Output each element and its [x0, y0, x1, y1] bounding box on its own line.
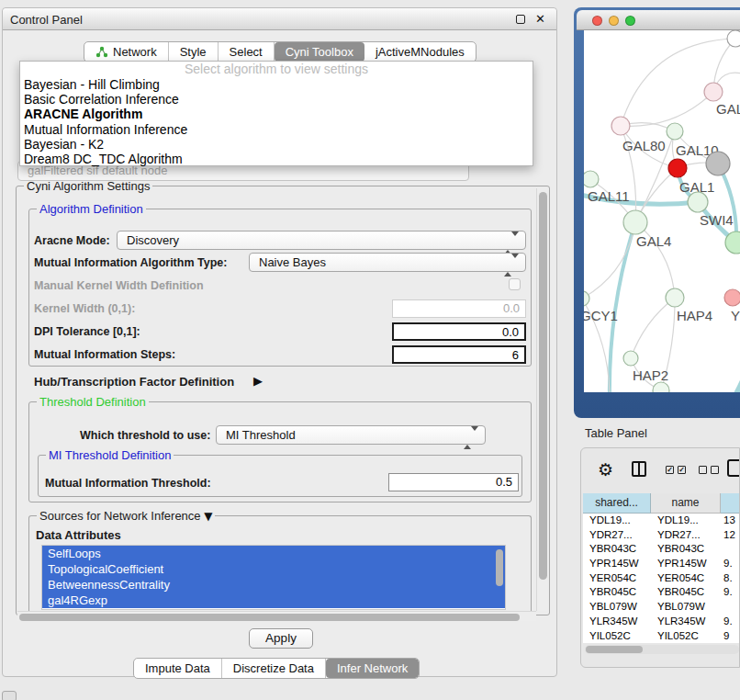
tab-select[interactable]: Select [219, 42, 275, 62]
column-header-name[interactable]: name [651, 493, 721, 514]
network-window-titlebar[interactable] [577, 10, 740, 30]
aracne-mode-value: Discovery [127, 233, 179, 247]
network-node-gal10[interactable] [667, 123, 683, 140]
tab-discretize-data[interactable]: Discretize Data [222, 659, 326, 678]
table-cell: YLR345W [651, 615, 721, 629]
data-attribute-item[interactable]: TopologicalCoefficient [42, 561, 505, 577]
network-edge-thin [584, 222, 635, 299]
settings-hscroll-track[interactable] [17, 611, 536, 621]
data-attributes-list[interactable]: SelfLoopsTopologicalCoefficientBetweenne… [41, 545, 506, 610]
mi-type-value: Naive Bayes [259, 255, 326, 269]
tab-style[interactable]: Style [169, 42, 219, 62]
algorithm-option[interactable]: Bayesian - Hill Climbing [20, 77, 533, 92]
kernel-width-field[interactable]: 0.0 [392, 299, 526, 318]
network-node-gcy1[interactable] [584, 291, 589, 306]
algorithm-option[interactable]: Dream8 DC_TDC Algorithm [20, 152, 533, 166]
table-row[interactable]: YDL19...YDL19...13 [583, 514, 740, 528]
control-panel-window: Control Panel ✕ Network Style Select Cyn… [2, 7, 557, 677]
algorithm-option[interactable]: Basic Correlation Inference [20, 92, 533, 107]
network-node-gal4[interactable] [623, 210, 647, 234]
network-node-y[interactable] [724, 289, 740, 306]
tab-infer-network[interactable]: Infer Network [326, 659, 419, 678]
float-window-icon[interactable] [516, 15, 525, 24]
page-icon[interactable] [727, 459, 740, 477]
algorithm-option[interactable]: Mutual Information Inference [20, 122, 533, 137]
hub-definition-label[interactable]: Hub/Transcription Factor Definition [34, 375, 234, 389]
unchecked-checkbox-icon[interactable] [699, 466, 707, 474]
network-node[interactable] [727, 30, 740, 47]
data-attribute-item[interactable]: SelfLoops [42, 546, 505, 561]
table-row[interactable]: YDR27...YDR27...12 [583, 528, 740, 543]
table-cell: 13 [721, 514, 740, 528]
mi-threshold-field[interactable]: 0.5 [388, 473, 519, 491]
mi-steps-field[interactable]: 6 [392, 345, 526, 364]
tab-jactivemnodules[interactable]: jActiveMNodules [364, 42, 476, 62]
tab-cyni-toolbox[interactable]: Cyni Toolbox [275, 42, 364, 62]
settings-vscroll-track[interactable] [536, 188, 548, 611]
control-panel-titlebar[interactable]: Control Panel ✕ [3, 8, 556, 30]
node-label: GCY1 [584, 308, 618, 323]
tab-network[interactable]: Network [84, 42, 169, 62]
table-cell: YBR043C [583, 542, 651, 557]
apply-button[interactable]: Apply [249, 628, 313, 649]
data-attribute-item[interactable]: BetweennessCentrality [42, 577, 505, 593]
collapsed-arrow-icon[interactable]: ▶ [253, 374, 263, 388]
gear-icon[interactable]: ⚙ [598, 459, 613, 480]
table-cell: YBL079W [583, 600, 651, 615]
close-traffic-light-icon[interactable] [592, 16, 602, 26]
table-cell: YPR145W [583, 557, 651, 571]
algorithm-option[interactable]: ARACNE Algorithm [20, 107, 533, 121]
close-icon[interactable]: ✕ [535, 12, 545, 26]
bottom-tabs: Impute Data Discretize Data Infer Networ… [133, 658, 420, 679]
attributes-scrollbar-thumb[interactable] [496, 549, 503, 586]
network-node-hap2[interactable] [623, 351, 638, 366]
checked-checkbox-icon[interactable]: ✓ [678, 466, 686, 474]
column-header-shared[interactable]: shared... [583, 493, 651, 514]
table-row[interactable]: YBR043CYBR043C [583, 542, 740, 557]
table-row[interactable]: YBL079WYBL079W [583, 600, 740, 615]
checked-checkbox-icon[interactable]: ✓ [666, 466, 674, 474]
table-row[interactable]: YIL052CYIL052C9 [583, 629, 740, 644]
tab-impute-data[interactable]: Impute Data [134, 659, 222, 678]
table-panel-toolbar: ⚙ ✓ ✓ [581, 448, 739, 493]
algorithm-options-list: Bayesian - Hill ClimbingBasic Correlatio… [20, 77, 533, 166]
network-edge-thin [621, 92, 713, 126]
minimize-traffic-light-icon[interactable] [609, 16, 619, 26]
stepper-icon [504, 234, 519, 252]
network-node-gal1[interactable] [668, 159, 687, 177]
settings-hscroll-thumb[interactable] [19, 614, 520, 621]
network-node[interactable] [706, 152, 730, 175]
data-attribute-item[interactable]: gal4RGexp [42, 593, 505, 608]
table-row[interactable]: YER054CYER054C8. [583, 571, 740, 586]
table-hscroll-thumb[interactable] [586, 646, 643, 653]
network-node-gal80[interactable] [611, 117, 630, 135]
mi-type-combo[interactable]: Naive Bayes [249, 253, 526, 272]
table-row[interactable]: YPR145WYPR145W9. [583, 557, 740, 571]
network-node-gal11[interactable] [584, 171, 599, 187]
node-label: GAL4 [636, 233, 671, 249]
split-columns-icon[interactable] [632, 461, 646, 477]
aracne-mode-combo[interactable]: Discovery [117, 231, 526, 250]
algorithm-option[interactable]: Bayesian - K2 [20, 137, 533, 152]
which-threshold-combo[interactable]: MI Threshold [216, 425, 486, 445]
table-row[interactable]: YLR345WYLR345W9. [583, 615, 740, 629]
table-row[interactable]: YBR045CYBR045C9. [583, 585, 740, 600]
table-cell: YBR043C [651, 542, 721, 557]
node-label: SWI4 [700, 212, 734, 228]
unchecked-checkbox-icon[interactable] [711, 466, 719, 474]
corner-button[interactable] [2, 691, 17, 700]
network-node-hap4[interactable] [666, 288, 684, 307]
zoom-traffic-light-icon[interactable] [625, 16, 635, 26]
table-hscroll-track[interactable] [585, 645, 739, 654]
table-cell: YDL19... [651, 514, 721, 528]
network-canvas[interactable]: GALGAL80GAL10GAL1GAL11SWI4GAL4GCY1HAP4YH… [584, 30, 740, 392]
tab-jactivemnodules-label: jActiveMNodules [376, 45, 465, 59]
column-header-third[interactable] [721, 493, 740, 514]
network-node[interactable] [653, 382, 669, 392]
manual-kernel-checkbox[interactable] [509, 278, 521, 290]
expanded-arrow-icon[interactable]: ▼ [204, 510, 212, 523]
network-node-swi4[interactable] [688, 192, 708, 212]
network-node-gal[interactable] [704, 83, 723, 101]
settings-vscroll-thumb[interactable] [539, 192, 547, 580]
dpi-tolerance-field[interactable]: 0.0 [392, 322, 526, 341]
